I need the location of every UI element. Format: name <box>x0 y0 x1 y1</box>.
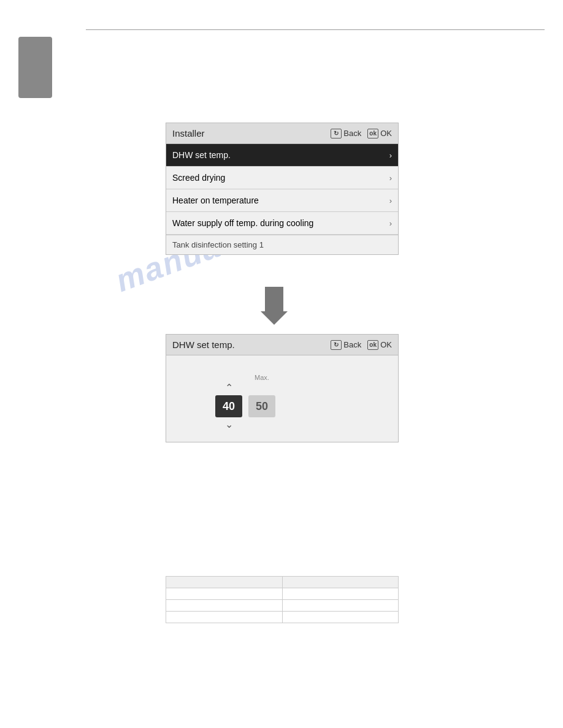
current-down-arrow[interactable]: ⌄ <box>225 420 233 430</box>
info-table <box>166 576 399 623</box>
current-up-arrow[interactable]: ⌃ <box>225 383 233 393</box>
menu-item-screed[interactable]: Screed drying › <box>166 167 398 189</box>
dhw-header-actions: ↻ Back ok OK <box>331 340 392 350</box>
table-row <box>166 600 399 612</box>
ok-icon: ok <box>367 129 378 138</box>
table-cell <box>166 600 283 612</box>
menu-item-dhw[interactable]: DHW set temp. › <box>166 144 398 167</box>
table-row <box>166 612 399 623</box>
table-cell <box>166 588 283 600</box>
menu-item-water-label: Water supply off temp. during cooling <box>172 218 313 228</box>
dhw-ok-action[interactable]: ok OK <box>367 340 392 350</box>
current-spinner: ⌃ 40 ⌄ <box>215 383 242 430</box>
table-row <box>166 588 399 600</box>
current-label <box>215 374 242 381</box>
back-icon: ↻ <box>331 129 342 138</box>
back-action[interactable]: ↻ Back <box>331 129 361 138</box>
dhw-chevron-icon: › <box>389 151 392 160</box>
menu-item-heater-label: Heater on temperature <box>172 195 259 205</box>
sidebar-rect <box>18 37 52 98</box>
dhw-ok-icon: ok <box>367 340 378 350</box>
table-cell <box>282 577 399 588</box>
table-cell <box>166 612 283 623</box>
dhw-panel: DHW set temp. ↻ Back ok OK Max. ⌃ <box>166 334 399 442</box>
installer-menu-actions: ↻ Back ok OK <box>331 129 392 138</box>
installer-menu-title: Installer <box>172 128 205 138</box>
table-cell <box>166 577 283 588</box>
max-label: Max. <box>248 374 275 381</box>
dhw-body: Max. ⌃ 40 ⌄ ⌃ 50 ⌄ <box>166 355 398 442</box>
max-spinner: ⌃ 50 ⌄ <box>248 383 275 430</box>
dhw-panel-header: DHW set temp. ↻ Back ok OK <box>166 335 398 355</box>
installer-menu: Installer ↻ Back ok OK DHW set temp. › S… <box>166 123 399 255</box>
table-row <box>166 577 399 588</box>
menu-item-water[interactable]: Water supply off temp. during cooling › <box>166 212 398 235</box>
dhw-ok-label: OK <box>380 340 392 349</box>
arrow-down <box>261 287 288 325</box>
dhw-back-icon: ↻ <box>331 340 342 350</box>
spinners-row: ⌃ 40 ⌄ ⌃ 50 ⌄ <box>215 383 275 430</box>
dhw-back-action[interactable]: ↻ Back <box>331 340 361 350</box>
arrow-head <box>261 311 288 325</box>
table-cell <box>282 588 399 600</box>
menu-item-screed-label: Screed drying <box>172 173 225 183</box>
dhw-panel-title: DHW set temp. <box>172 339 235 350</box>
partial-label: Tank disinfection setting 1 <box>172 240 264 249</box>
screed-chevron-icon: › <box>389 173 392 183</box>
table-cell <box>282 612 399 623</box>
ok-action[interactable]: ok OK <box>367 129 392 138</box>
arrow-shaft <box>265 287 283 311</box>
menu-item-heater[interactable]: Heater on temperature › <box>166 189 398 212</box>
installer-menu-header: Installer ↻ Back ok OK <box>166 123 398 144</box>
dhw-back-label: Back <box>343 340 361 349</box>
heater-chevron-icon: › <box>389 196 392 205</box>
max-value: 50 <box>248 395 275 417</box>
back-label: Back <box>343 129 361 138</box>
menu-item-partial[interactable]: Tank disinfection setting 1 <box>166 235 398 254</box>
table-cell <box>282 600 399 612</box>
spinners-labels: Max. <box>215 374 275 381</box>
menu-item-dhw-label: DHW set temp. <box>172 150 231 160</box>
ok-label: OK <box>380 129 392 138</box>
spinners-wrapper: Max. ⌃ 40 ⌄ ⌃ 50 ⌄ <box>215 374 275 430</box>
water-chevron-icon: › <box>389 219 392 228</box>
current-value[interactable]: 40 <box>215 395 242 417</box>
top-divider <box>86 29 545 30</box>
